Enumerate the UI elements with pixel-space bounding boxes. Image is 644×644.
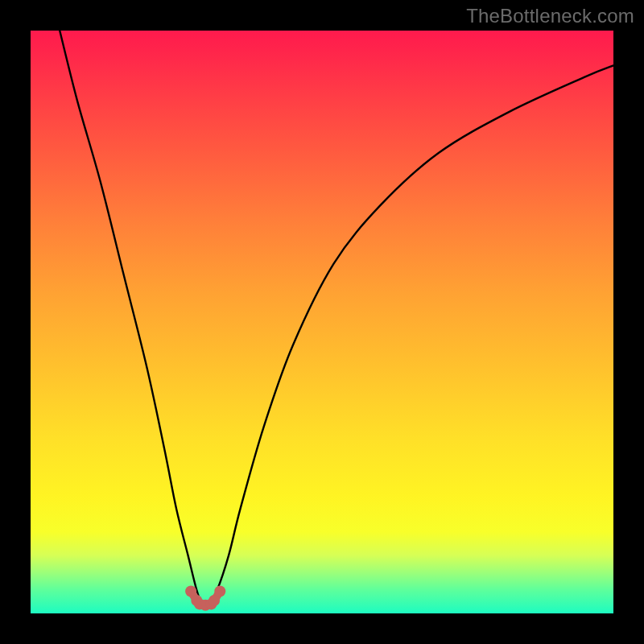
trough-marker-dot	[208, 595, 220, 606]
curve-path	[60, 31, 613, 606]
chart-plot-area	[31, 31, 613, 613]
trough-marker-group	[185, 585, 225, 610]
chart-frame: TheBottleneck.com	[0, 0, 644, 644]
trough-marker-dot	[185, 585, 196, 597]
trough-marker-dot	[214, 585, 225, 597]
chart-svg	[31, 31, 613, 613]
watermark-text: TheBottleneck.com	[466, 5, 634, 27]
